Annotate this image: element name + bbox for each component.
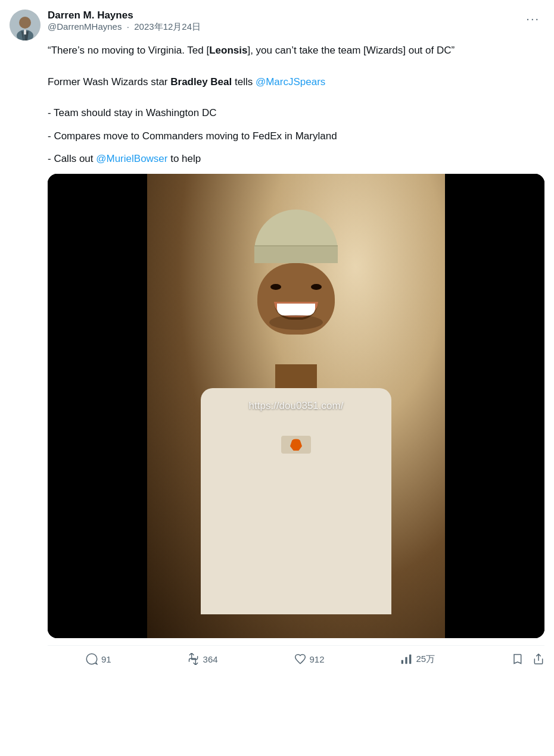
- bullet-3-prefix: - Calls out: [48, 153, 96, 164]
- handle-date: @DarrenMHaynes · 2023年12月24日: [48, 21, 201, 33]
- leonsis-bold: Leonsis: [209, 45, 247, 56]
- user-info: Darren M. Haynes @DarrenMHaynes · 2023年1…: [48, 10, 201, 33]
- bullet-2: - Compares move to Commanders moving to …: [48, 129, 544, 144]
- avatar[interactable]: [10, 10, 41, 40]
- tweet-date: 2023年12月24日: [134, 21, 201, 32]
- tweet-header: Darren M. Haynes @DarrenMHaynes · 2023年1…: [10, 10, 544, 40]
- handle[interactable]: @DarrenMHaynes: [48, 21, 122, 32]
- svg-rect-9: [409, 655, 411, 664]
- views-button[interactable]: 25万: [400, 653, 435, 665]
- quote-text-open: “There’s no moving to Virginia. Ted [: [48, 45, 209, 56]
- retweet-button[interactable]: 364: [188, 653, 218, 665]
- view-count: 25万: [416, 654, 435, 665]
- bullet-3-suffix: to help: [167, 153, 201, 164]
- svg-point-5: [19, 17, 31, 29]
- like-count: 912: [310, 654, 325, 664]
- tells-text: tells: [232, 76, 256, 88]
- action-bar: 91 364 912: [48, 645, 544, 672]
- media-container[interactable]: https://dou0351.com/: [48, 174, 544, 638]
- bookmark-button[interactable]: [511, 653, 523, 665]
- reply-button[interactable]: 91: [86, 653, 111, 665]
- svg-rect-8: [406, 657, 407, 664]
- tweet-body: “There’s no moving to Virginia. Ted [Leo…: [48, 43, 544, 672]
- more-options-button[interactable]: ···: [521, 10, 544, 28]
- svg-rect-7: [402, 660, 403, 664]
- retweet-icon: [188, 653, 200, 665]
- bar-chart-icon: [400, 653, 412, 665]
- bullet-3: - Calls out @MurielBowser to help: [48, 151, 544, 167]
- tweet-container: Darren M. Haynes @DarrenMHaynes · 2023年1…: [0, 0, 554, 672]
- bullet-1: - Team should stay in Washington DC: [48, 105, 544, 121]
- tweet-header-left: Darren M. Haynes @DarrenMHaynes · 2023年1…: [10, 10, 201, 40]
- share-icon: [533, 653, 544, 665]
- intro-text: Former Wash Wizards star: [48, 76, 170, 88]
- right-actions: [511, 653, 544, 665]
- reply-count: 91: [101, 654, 111, 664]
- heart-icon: [294, 653, 306, 665]
- bradley-beal-bold: Bradley Beal: [170, 76, 232, 88]
- watermark-text: https://dou0351.com/: [249, 400, 344, 411]
- marc-spears-mention[interactable]: @MarcJSpears: [256, 76, 325, 88]
- quote-text-close: ], you can’t take the team [Wizards] out…: [247, 45, 455, 56]
- share-button[interactable]: [533, 653, 544, 665]
- muriel-bowser-mention[interactable]: @MurielBowser: [96, 153, 167, 164]
- video-thumbnail[interactable]: https://dou0351.com/: [48, 174, 544, 638]
- svg-rect-6: [24, 30, 26, 35]
- display-name[interactable]: Darren M. Haynes: [48, 10, 201, 21]
- retweet-count: 364: [203, 654, 218, 664]
- like-button[interactable]: 912: [294, 653, 325, 665]
- bookmark-icon: [511, 653, 523, 665]
- tweet-text: “There’s no moving to Virginia. Ted [Leo…: [48, 43, 544, 167]
- reply-icon: [86, 653, 98, 665]
